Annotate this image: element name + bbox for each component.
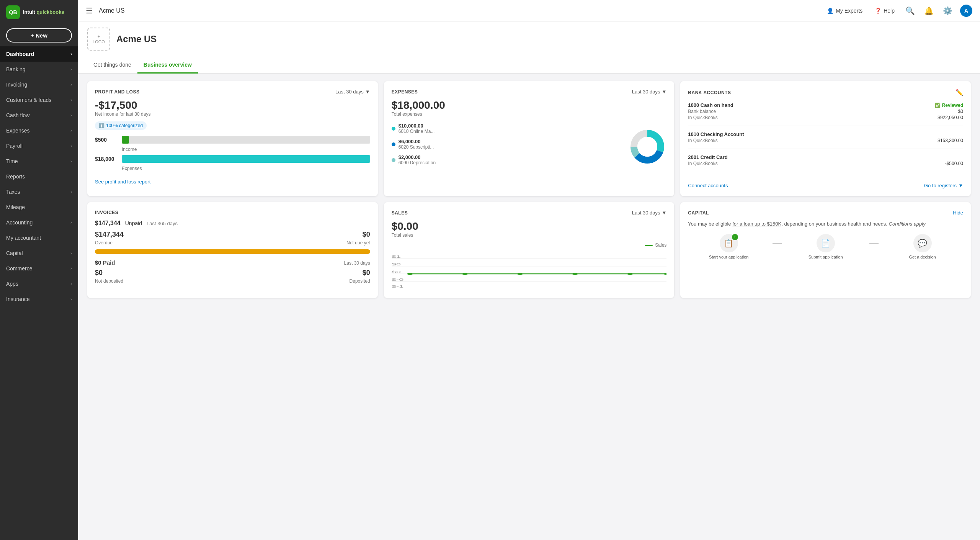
bank-acc-line-value: -$500.00 <box>945 161 963 166</box>
bank-accounts-header: BANK ACCOUNTS ✏️ <box>688 89 963 96</box>
invoices-labels: Overdue Not due yet <box>95 240 370 245</box>
capital-step-icon: 📋 + <box>720 234 738 252</box>
income-label: Income <box>122 147 370 152</box>
expense-label: 6090 Depreciation <box>399 160 436 165</box>
sidebar-item-mileage[interactable]: Mileage <box>0 200 78 215</box>
svg-point-4 <box>637 137 657 157</box>
sidebar-item-expenses[interactable]: Expenses› <box>0 123 78 138</box>
invoices-paid-row: $0 Paid Last 30 days <box>95 259 370 266</box>
expenses-period[interactable]: Last 30 days ▼ <box>632 89 667 95</box>
capital-step: 📋 + Start your application <box>688 234 769 259</box>
sidebar-item-customers---leads[interactable]: Customers & leads› <box>0 92 78 108</box>
bank-acc-name: 1000 Cash on hand ✅ Reviewed <box>688 102 963 108</box>
sidebar-item-label: Taxes <box>6 189 20 195</box>
tab-get-things-done[interactable]: Get things done <box>87 57 137 74</box>
sidebar-item-apps[interactable]: Apps› <box>0 276 78 291</box>
user-avatar[interactable]: A <box>960 5 972 17</box>
chevron-right-icon: › <box>70 189 72 195</box>
chevron-right-icon: › <box>70 113 72 118</box>
sidebar-item-taxes[interactable]: Taxes› <box>0 184 78 200</box>
tab-business-overview[interactable]: Business overview <box>137 57 198 74</box>
sidebar-item-cash-flow[interactable]: Cash flow› <box>0 108 78 123</box>
edit-bank-accounts-icon[interactable]: ✏️ <box>956 89 963 96</box>
capital-step: 📄 Submit application <box>785 234 866 259</box>
invoices-not-due-val: $0 <box>363 231 370 239</box>
expense-item: $2,000.00 6090 Depreciation <box>392 154 622 165</box>
sidebar-item-payroll[interactable]: Payroll› <box>0 138 78 154</box>
capital-title: CAPITAL <box>688 210 709 216</box>
sidebar-item-accounting[interactable]: Accounting› <box>0 215 78 230</box>
connect-accounts-link[interactable]: Connect accounts <box>688 183 728 188</box>
chevron-right-icon: › <box>70 51 72 57</box>
sidebar-item-commerce[interactable]: Commerce› <box>0 261 78 276</box>
sidebar-item-reports[interactable]: Reports <box>0 169 78 184</box>
sidebar-item-label: Payroll <box>6 143 23 149</box>
bank-acc-line-value: $153,300.00 <box>938 138 963 143</box>
bank-acc-line-value: $0 <box>958 109 963 114</box>
invoices-unpaid-val: $147,344 <box>95 220 121 227</box>
capital-loan-link[interactable]: for a loan up to $150K <box>732 221 781 227</box>
search-icon[interactable]: 🔍 <box>904 5 916 17</box>
logo-upload[interactable]: + LOGO <box>87 28 110 51</box>
settings-icon[interactable]: ⚙️ <box>941 5 954 17</box>
svg-text:$-0: $-0 <box>392 278 403 281</box>
invoices-overdue-val: $147,344 <box>95 231 124 239</box>
my-experts-button[interactable]: 👤 My Experts <box>824 6 866 15</box>
sidebar-item-label: Customers & leads <box>6 97 51 103</box>
chevron-right-icon: › <box>70 281 72 286</box>
svg-text:$-1: $-1 <box>392 285 403 288</box>
sales-line-chart: $1 $0 $0 $-0 $-1 <box>392 251 667 289</box>
logo-plus-icon: + <box>98 34 100 39</box>
income-bar-row: $500 <box>95 136 370 144</box>
bank-acc-name: 2001 Credit Card <box>688 154 963 160</box>
bank-acc-line-label: Bank balance <box>688 109 716 114</box>
help-button[interactable]: ❓ Help <box>872 6 898 15</box>
invoices-overdue-label: Overdue <box>95 240 113 245</box>
invoices-card: INVOICES $147,344 Unpaid Last 365 days $… <box>87 202 378 298</box>
invoices-not-deposited-val: $0 <box>95 269 103 277</box>
expense-item: $6,000.00 6020 Subscripti... <box>392 139 622 150</box>
bank-acc-line: In QuickBooks -$500.00 <box>688 161 963 166</box>
dashboard-grid: PROFIT AND LOSS Last 30 days ▼ -$17,500 … <box>78 74 980 306</box>
sidebar-nav: Dashboard›Banking›Invoicing›Customers & … <box>0 46 78 307</box>
expenses-title: EXPENSES <box>392 89 418 95</box>
new-button[interactable]: + New <box>6 28 72 43</box>
sidebar-item-time[interactable]: Time› <box>0 154 78 169</box>
sidebar-item-capital[interactable]: Capital› <box>0 245 78 261</box>
sidebar-item-dashboard[interactable]: Dashboard› <box>0 46 78 62</box>
sales-title: SALES <box>392 210 408 216</box>
expenses-bar-track <box>122 155 370 163</box>
see-profit-loss-report-link[interactable]: See profit and loss report <box>95 179 150 185</box>
expense-item: $10,000.00 6010 Online Ma... <box>392 123 622 134</box>
sidebar-item-my-accountant[interactable]: My accountant <box>0 230 78 245</box>
bank-acc-line: In QuickBooks $153,300.00 <box>688 138 963 143</box>
capital-hide-button[interactable]: Hide <box>953 210 963 216</box>
expense-amount: $10,000.00 <box>399 123 435 129</box>
sidebar-item-invoicing[interactable]: Invoicing› <box>0 77 78 92</box>
chevron-right-icon: › <box>70 250 72 256</box>
invoices-unpaid-period: Last 365 days <box>147 221 178 226</box>
goto-registers-link[interactable]: Go to registers ▼ <box>924 183 963 188</box>
invoices-paid-period: Last 30 days <box>344 260 370 266</box>
chevron-right-icon: › <box>70 296 72 302</box>
sidebar-item-label: Expenses <box>6 128 29 134</box>
notifications-icon[interactable]: 🔔 <box>923 5 935 17</box>
pnl-dropdown-icon: ▼ <box>365 89 370 95</box>
svg-point-16 <box>517 273 523 275</box>
invoices-deposited-val: $0 <box>363 269 370 277</box>
bank-account-row: 1000 Cash on hand ✅ Reviewed Bank balanc… <box>688 102 963 126</box>
main-content: ☰ Acme US 👤 My Experts ❓ Help 🔍 🔔 ⚙️ A +… <box>78 0 980 540</box>
sidebar-logo: QB intuit quickbooks <box>0 0 78 25</box>
bank-acc-line: Bank balance $0 <box>688 109 963 114</box>
sidebar-item-insurance[interactable]: Insurance› <box>0 291 78 307</box>
pnl-period[interactable]: Last 30 days ▼ <box>335 89 370 95</box>
expense-info: $6,000.00 6020 Subscripti... <box>399 139 434 150</box>
content-area: + LOGO Acme US Get things doneBusiness o… <box>78 21 980 540</box>
invoices-amounts: $147,344 $0 <box>95 231 370 239</box>
menu-icon[interactable]: ☰ <box>86 6 93 15</box>
sales-period[interactable]: Last 30 days ▼ <box>632 210 667 216</box>
bank-acc-name: 1010 Checking Account <box>688 131 963 137</box>
sidebar-item-banking[interactable]: Banking› <box>0 62 78 77</box>
sidebar-item-label: Insurance <box>6 296 29 302</box>
business-title: Acme US <box>116 34 157 44</box>
